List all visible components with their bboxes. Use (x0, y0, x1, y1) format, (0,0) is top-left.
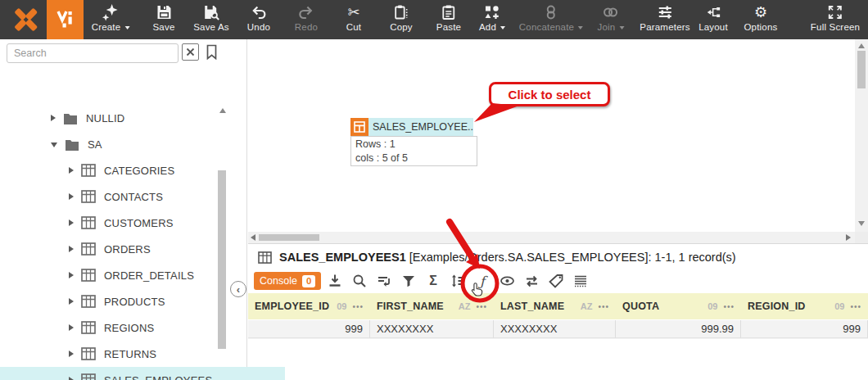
caret-right-icon[interactable] (69, 377, 74, 380)
undo-button[interactable]: Undo (247, 3, 270, 32)
collapse-panel-button[interactable]: ‹ (230, 281, 246, 297)
row-list-button[interactable] (568, 271, 593, 291)
caret-right-icon[interactable] (69, 324, 74, 331)
caret-right-icon[interactable] (69, 246, 74, 252)
node-cols-label: cols : 5 of 5 (355, 152, 477, 165)
search-input[interactable] (7, 43, 179, 63)
bookmark-icon[interactable] (206, 44, 218, 60)
cell-employee-id[interactable]: 999 (248, 320, 370, 338)
search-rows-button[interactable] (347, 271, 372, 291)
scroll-left-icon[interactable] (251, 234, 255, 241)
cell-quota[interactable]: 999.99 (616, 320, 741, 338)
sidebar-item-contacts[interactable]: CONTACTS (0, 183, 285, 210)
sidebar-item-categories[interactable]: CATEGORIES (0, 157, 285, 183)
options-button[interactable]: ⚙ Options (744, 3, 777, 32)
create-button[interactable]: Create (92, 3, 130, 32)
scissors-icon: ✂ (346, 3, 362, 21)
canvas-hscroll-thumb[interactable] (259, 234, 319, 241)
parameters-button[interactable]: Parameters (640, 3, 689, 32)
column-menu-icon[interactable]: ••• (476, 302, 487, 311)
chevron-down-icon (578, 26, 583, 29)
sidebar-item-orders[interactable]: ORDERS (0, 236, 285, 262)
table-icon (81, 321, 96, 334)
sidebar-item-nullid[interactable]: NULLID (0, 105, 267, 131)
sidebar-item-sales-employees[interactable]: SALES_EMPLOYEES (0, 367, 285, 380)
scroll-down-icon[interactable] (858, 221, 865, 226)
tree-scrollbar[interactable] (218, 170, 226, 349)
caret-right-icon[interactable] (69, 193, 74, 200)
add-button[interactable]: Add (479, 3, 505, 32)
result-table-name: SALES_EMPLOYEES1 (279, 251, 406, 264)
download-button[interactable] (323, 271, 347, 291)
caret-right-icon[interactable] (69, 219, 74, 226)
table-icon (81, 190, 96, 203)
clear-search-button[interactable] (182, 43, 199, 61)
sidebar-item-sa[interactable]: SA (0, 131, 267, 157)
tree-scroll-up-icon[interactable] (219, 108, 226, 113)
canvas-vscroll-thumb[interactable] (857, 51, 866, 88)
numeric-type-badge: 09 (834, 301, 844, 311)
schema-sidebar: NULLID SA CATEGORIES CONTACTS CUSTOMERS … (0, 39, 247, 380)
column-menu-icon[interactable]: ••• (850, 302, 861, 311)
console-count-badge: 0 (302, 275, 315, 287)
options-label: Options (744, 22, 777, 32)
canvas-horizontal-scrollbar[interactable] (248, 232, 855, 243)
grid-data-row[interactable]: 999 XXXXXXXX XXXXXXXX 999.99 999 (248, 319, 868, 339)
caret-right-icon[interactable] (69, 272, 74, 278)
save-as-button[interactable]: Save As (193, 3, 229, 32)
tree-label: RETURNS (104, 348, 156, 360)
cell-first-name[interactable]: XXXXXXXX (370, 320, 494, 338)
caret-right-icon[interactable] (51, 115, 56, 121)
app-logo-icon[interactable] (11, 5, 42, 34)
caret-right-icon[interactable] (69, 351, 74, 357)
full-screen-button[interactable]: Full Screen (811, 3, 860, 32)
tag-button[interactable] (544, 271, 568, 291)
column-menu-icon[interactable]: ••• (598, 302, 609, 311)
scroll-up-icon[interactable] (858, 43, 865, 48)
cut-button[interactable]: ✂ Cut (346, 3, 362, 32)
caret-down-icon[interactable] (51, 142, 57, 147)
row-height-button[interactable] (445, 271, 470, 291)
folder-icon (65, 138, 79, 151)
table-icon (81, 242, 96, 256)
cell-last-name[interactable]: XXXXXXXX (494, 320, 616, 338)
aggregate-sigma-button[interactable]: Σ (421, 271, 445, 291)
layout-button[interactable]: Layout (698, 3, 728, 32)
copy-button[interactable]: Copy (390, 3, 413, 32)
table-node-body[interactable]: Rows : 1 cols : 5 of 5 (350, 136, 477, 166)
design-canvas[interactable] (248, 39, 855, 232)
copy-label: Copy (390, 22, 413, 32)
layout-label: Layout (698, 22, 728, 32)
paste-label: Paste (436, 22, 461, 32)
caret-right-icon[interactable] (69, 298, 74, 305)
concatenate-button: Concatenate (519, 3, 583, 32)
create-label: Create (92, 22, 121, 32)
column-menu-icon[interactable]: ••• (723, 302, 735, 311)
sidebar-item-customers[interactable]: CUSTOMERS (0, 210, 285, 236)
scroll-right-icon[interactable] (846, 234, 851, 241)
chevron-down-icon (619, 26, 624, 29)
column-menu-icon[interactable]: ••• (352, 302, 364, 311)
formula-fx-button[interactable]: ƒ (470, 271, 495, 291)
console-button[interactable]: Console 0 (254, 272, 321, 290)
cell-region-id[interactable]: 999 (741, 320, 868, 338)
sidebar-item-regions[interactable]: REGIONS (0, 314, 285, 341)
preview-eye-button[interactable] (495, 271, 519, 291)
tree-label: SA (88, 138, 102, 151)
table-node-header[interactable]: SALES_EMPLOYEE... (350, 118, 473, 136)
active-module-logo-icon[interactable] (47, 0, 84, 39)
column-header-region-id[interactable]: REGION_ID 09••• (741, 293, 868, 319)
caret-right-icon[interactable] (69, 167, 74, 174)
swap-columns-button[interactable] (519, 271, 544, 291)
column-name: QUOTA (622, 301, 659, 312)
column-header-quota[interactable]: QUOTA 09••• (616, 293, 741, 319)
limit-rows-button[interactable] (372, 271, 396, 291)
save-button[interactable]: Save (152, 3, 174, 32)
column-header-first-name[interactable]: FIRST_NAME AZ••• (370, 293, 494, 319)
filter-button[interactable] (396, 271, 421, 291)
column-header-employee-id[interactable]: EMPLOYEE_ID 09••• (248, 293, 370, 319)
sidebar-item-returns[interactable]: RETURNS (0, 341, 285, 367)
tree-label: ORDERS (104, 243, 151, 256)
paste-button[interactable]: Paste (436, 3, 461, 32)
column-header-last-name[interactable]: LAST_NAME AZ••• (494, 293, 616, 319)
